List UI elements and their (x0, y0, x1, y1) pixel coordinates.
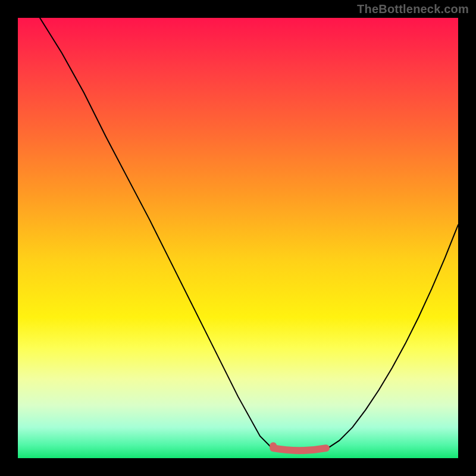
line-left (40, 18, 273, 449)
watermark: TheBottleneck.com (357, 2, 469, 16)
line-right (326, 225, 458, 449)
optimal-dot (270, 442, 277, 449)
chart-overlay (18, 18, 458, 458)
valley-band (273, 448, 326, 450)
